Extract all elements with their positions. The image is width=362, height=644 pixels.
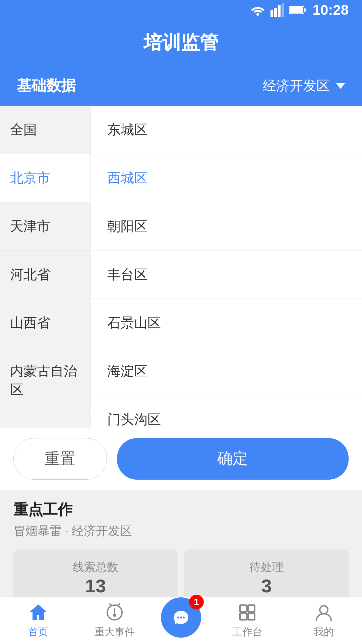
province-item-shanxi[interactable]: 山西省 (0, 299, 90, 347)
message-badge: 1 (189, 595, 204, 609)
region-label: 经济开发区 (263, 76, 330, 95)
province-item-beijing[interactable]: 北京市 (0, 154, 90, 202)
app-header: 培训监管 (0, 20, 362, 69)
wifi-icon (250, 4, 265, 16)
svg-rect-1 (270, 10, 273, 17)
status-icons (250, 3, 306, 17)
events-icon (105, 602, 125, 623)
confirm-button[interactable]: 确定 (117, 438, 349, 480)
district-item-dongcheng[interactable]: 东城区 (90, 106, 362, 154)
picker-body: 全国北京市天津市河北省山西省内蒙古自治区辽宁省吉林省 东城区西城区朝阳区丰台区石… (0, 106, 362, 428)
status-bar: 10:28 (0, 0, 362, 20)
svg-rect-19 (248, 613, 255, 620)
picker-footer: 重置 确定 (0, 428, 362, 490)
mine-icon (314, 602, 334, 623)
bg-stat-label: 待处理 (194, 559, 339, 575)
province-item-hebei[interactable]: 河北省 (0, 251, 90, 299)
filter-label: 基础数据 (17, 76, 76, 96)
region-selector[interactable]: 经济开发区 (263, 76, 345, 95)
district-item-mentougou[interactable]: 门头沟区 (90, 395, 362, 428)
svg-rect-2 (274, 8, 277, 17)
nav-item-home[interactable]: 首页 (8, 602, 68, 639)
svg-line-11 (109, 604, 111, 605)
district-item-fengtai[interactable]: 丰台区 (90, 251, 362, 299)
reset-button[interactable]: 重置 (13, 438, 107, 480)
svg-point-13 (177, 616, 179, 619)
district-item-haidian[interactable]: 海淀区 (90, 347, 362, 395)
nav-label-events: 重大事件 (95, 625, 135, 639)
svg-rect-16 (240, 605, 247, 612)
nav-message-button[interactable]: 1 (161, 597, 201, 644)
bg-stat-value: 13 (23, 575, 168, 597)
nav-icon-workspace (237, 602, 257, 623)
district-list: 东城区西城区朝阳区丰台区石景山区海淀区门头沟区房山区 (90, 106, 362, 428)
svg-point-10 (114, 614, 116, 616)
app-title: 培训监管 (0, 30, 362, 56)
district-item-shijingshan[interactable]: 石景山区 (90, 299, 362, 347)
province-item-neimenggu[interactable]: 内蒙古自治区 (0, 347, 90, 414)
province-list: 全国北京市天津市河北省山西省内蒙古自治区辽宁省吉林省 (0, 106, 90, 428)
nav-label-mine: 我的 (314, 625, 334, 639)
bg-stat-label: 线索总数 (23, 559, 168, 575)
message-icon (172, 608, 190, 627)
svg-rect-7 (304, 8, 306, 12)
nav-label-workspace: 工作台 (232, 625, 262, 639)
picker-panel: 全国北京市天津市河北省山西省内蒙古自治区辽宁省吉林省 东城区西城区朝阳区丰台区石… (0, 106, 362, 490)
nav-label-home: 首页 (28, 625, 48, 639)
svg-rect-18 (240, 613, 247, 620)
province-item-tianjin[interactable]: 天津市 (0, 202, 90, 251)
province-item-quanguo[interactable]: 全国 (0, 106, 90, 154)
district-item-chaoyang[interactable]: 朝阳区 (90, 202, 362, 251)
nav-item-events[interactable]: 重大事件 (84, 602, 145, 639)
svg-point-20 (320, 606, 328, 614)
svg-rect-4 (282, 3, 284, 17)
dropdown-arrow-icon (336, 83, 345, 89)
battery-icon (289, 5, 306, 15)
workspace-icon (237, 602, 257, 623)
filter-bar: 基础数据 经济开发区 (0, 69, 362, 106)
svg-point-14 (180, 616, 182, 619)
nav-item-workspace[interactable]: 工作台 (217, 602, 278, 639)
svg-point-0 (256, 13, 259, 16)
nav-item-mine[interactable]: 我的 (294, 602, 354, 639)
bg-section-title: 重点工作 (13, 500, 349, 520)
district-item-xicheng[interactable]: 西城区 (90, 154, 362, 202)
svg-rect-17 (248, 605, 255, 612)
nav-icon-mine (314, 602, 334, 623)
signal-icon (270, 3, 284, 17)
status-time: 10:28 (313, 2, 349, 18)
svg-point-15 (183, 616, 185, 619)
svg-rect-6 (290, 7, 303, 13)
nav-center-btn[interactable]: 1 (161, 597, 201, 638)
home-icon (28, 602, 48, 623)
bg-subtitle: 冒烟暴雷 · 经济开发区 (13, 523, 349, 539)
nav-icon-home (28, 602, 48, 623)
svg-rect-3 (278, 5, 281, 17)
province-item-liaoning[interactable]: 辽宁省 (0, 414, 90, 428)
bg-stat-value: 3 (194, 575, 339, 597)
bottom-nav: 首页 重大事件 1 (0, 597, 362, 644)
nav-icon-events (105, 602, 125, 623)
svg-line-12 (118, 604, 120, 605)
